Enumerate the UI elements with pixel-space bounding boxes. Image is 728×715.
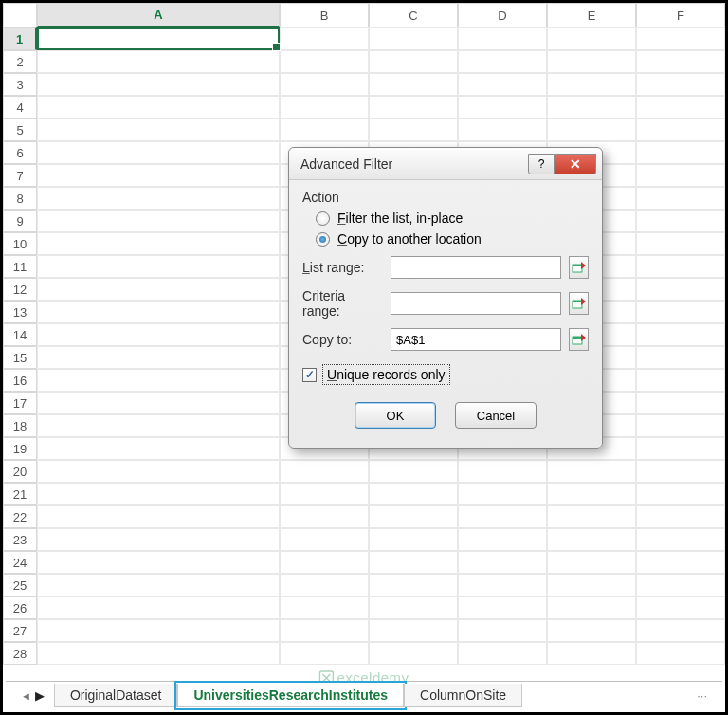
radio-dot-in-place[interactable] xyxy=(316,211,330,226)
row-header-16[interactable]: 16 xyxy=(3,369,37,392)
cell-A12[interactable] xyxy=(37,278,280,301)
cell-C21[interactable] xyxy=(369,483,458,505)
cell-A15[interactable] xyxy=(37,346,280,369)
cell-B5[interactable] xyxy=(280,119,369,141)
cell-B21[interactable] xyxy=(280,483,369,505)
cell-B2[interactable] xyxy=(280,50,369,73)
cell-B25[interactable] xyxy=(280,574,369,596)
cell-F4[interactable] xyxy=(636,96,725,119)
help-button[interactable]: ? xyxy=(528,154,555,174)
cell-D25[interactable] xyxy=(458,574,547,596)
cell-D24[interactable] xyxy=(458,551,547,574)
column-header-C[interactable]: C xyxy=(369,3,458,28)
cell-A3[interactable] xyxy=(37,73,280,96)
cell-A23[interactable] xyxy=(37,528,280,551)
cell-B1[interactable] xyxy=(280,28,369,50)
cell-F16[interactable] xyxy=(636,369,725,392)
cell-F13[interactable] xyxy=(636,301,725,323)
ok-button[interactable]: OK xyxy=(355,402,436,429)
tab-scroll-more-icon[interactable]: ··· xyxy=(697,688,707,703)
cell-C27[interactable] xyxy=(369,619,458,642)
cell-E21[interactable] xyxy=(547,483,636,505)
dialog-titlebar[interactable]: Advanced Filter ? ✕ xyxy=(289,148,602,180)
cell-B20[interactable] xyxy=(280,460,369,483)
row-header-22[interactable]: 22 xyxy=(3,505,37,528)
cell-F15[interactable] xyxy=(636,346,725,369)
row-header-18[interactable]: 18 xyxy=(3,414,37,437)
cell-F24[interactable] xyxy=(636,551,725,574)
cell-A18[interactable] xyxy=(37,414,280,437)
radio-copy-to-location[interactable]: Copy to another location xyxy=(316,231,589,247)
cell-D26[interactable] xyxy=(458,596,547,619)
cell-C20[interactable] xyxy=(369,460,458,483)
row-header-2[interactable]: 2 xyxy=(3,50,37,73)
cell-B23[interactable] xyxy=(280,528,369,551)
cell-E5[interactable] xyxy=(547,119,636,141)
cell-A1[interactable] xyxy=(37,28,280,50)
row-header-8[interactable]: 8 xyxy=(3,187,37,210)
cell-C2[interactable] xyxy=(369,50,458,73)
cell-E1[interactable] xyxy=(547,28,636,50)
cell-C28[interactable] xyxy=(369,642,458,665)
row-header-20[interactable]: 20 xyxy=(3,460,37,483)
copy-to-input[interactable] xyxy=(391,328,561,351)
row-header-28[interactable]: 28 xyxy=(3,642,37,665)
row-header-4[interactable]: 4 xyxy=(3,96,37,119)
cell-A26[interactable] xyxy=(37,596,280,619)
column-header-B[interactable]: B xyxy=(280,3,369,28)
cell-C1[interactable] xyxy=(369,28,458,50)
cell-A16[interactable] xyxy=(37,369,280,392)
cell-F3[interactable] xyxy=(636,73,725,96)
row-header-15[interactable]: 15 xyxy=(3,346,37,369)
cell-A9[interactable] xyxy=(37,210,280,232)
cell-B26[interactable] xyxy=(280,596,369,619)
cell-F23[interactable] xyxy=(636,528,725,551)
cell-E26[interactable] xyxy=(547,596,636,619)
column-header-D[interactable]: D xyxy=(458,3,547,28)
cell-E23[interactable] xyxy=(547,528,636,551)
radio-filter-in-place[interactable]: Filter the list, in-place xyxy=(316,211,589,226)
row-header-11[interactable]: 11 xyxy=(3,255,37,278)
copy-to-ref-button[interactable] xyxy=(569,328,589,351)
row-header-9[interactable]: 9 xyxy=(3,210,37,232)
cell-D2[interactable] xyxy=(458,50,547,73)
cell-A6[interactable] xyxy=(37,141,280,164)
cell-F27[interactable] xyxy=(636,619,725,642)
tab-nav-prev-icon[interactable]: ◄ xyxy=(21,690,31,702)
sheet-tab-universities[interactable]: UniversitiesResearchInstitutes xyxy=(177,684,404,707)
row-header-19[interactable]: 19 xyxy=(3,437,37,460)
row-header-13[interactable]: 13 xyxy=(3,301,37,323)
cell-C22[interactable] xyxy=(369,505,458,528)
cell-F28[interactable] xyxy=(636,642,725,665)
cell-C26[interactable] xyxy=(369,596,458,619)
cell-A21[interactable] xyxy=(37,483,280,505)
row-header-1[interactable]: 1 xyxy=(3,28,37,50)
cancel-button[interactable]: Cancel xyxy=(455,402,537,429)
cell-D23[interactable] xyxy=(458,528,547,551)
column-header-E[interactable]: E xyxy=(547,3,636,28)
cell-A10[interactable] xyxy=(37,232,280,255)
cell-A22[interactable] xyxy=(37,505,280,528)
cell-F11[interactable] xyxy=(636,255,725,278)
row-header-6[interactable]: 6 xyxy=(3,141,37,164)
cell-E27[interactable] xyxy=(547,619,636,642)
list-range-input[interactable] xyxy=(391,256,561,279)
cell-A13[interactable] xyxy=(37,301,280,323)
select-all-corner[interactable] xyxy=(3,3,37,28)
cell-F19[interactable] xyxy=(636,437,725,460)
row-header-24[interactable]: 24 xyxy=(3,551,37,574)
cell-E20[interactable] xyxy=(547,460,636,483)
cell-B3[interactable] xyxy=(280,73,369,96)
cell-A5[interactable] xyxy=(37,119,280,141)
unique-records-row[interactable]: ✓ Unique records only xyxy=(302,364,589,385)
cell-E25[interactable] xyxy=(547,574,636,596)
cell-C4[interactable] xyxy=(369,96,458,119)
cell-A24[interactable] xyxy=(37,551,280,574)
cell-E22[interactable] xyxy=(547,505,636,528)
cell-A14[interactable] xyxy=(37,323,280,346)
row-header-3[interactable]: 3 xyxy=(3,73,37,96)
row-header-23[interactable]: 23 xyxy=(3,528,37,551)
cell-C23[interactable] xyxy=(369,528,458,551)
cell-D5[interactable] xyxy=(458,119,547,141)
row-header-5[interactable]: 5 xyxy=(3,119,37,141)
